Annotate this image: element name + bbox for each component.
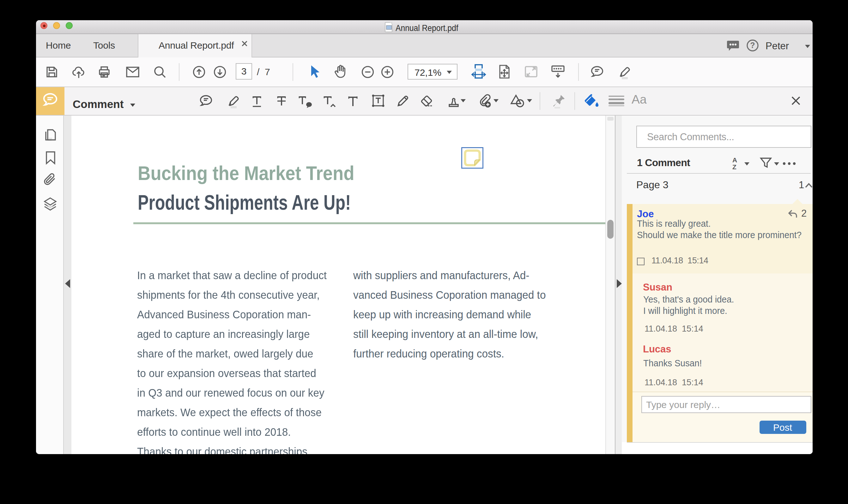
svg-text:?: ? (750, 41, 755, 50)
svg-text:A: A (732, 156, 737, 163)
svg-text:Z: Z (732, 163, 737, 170)
